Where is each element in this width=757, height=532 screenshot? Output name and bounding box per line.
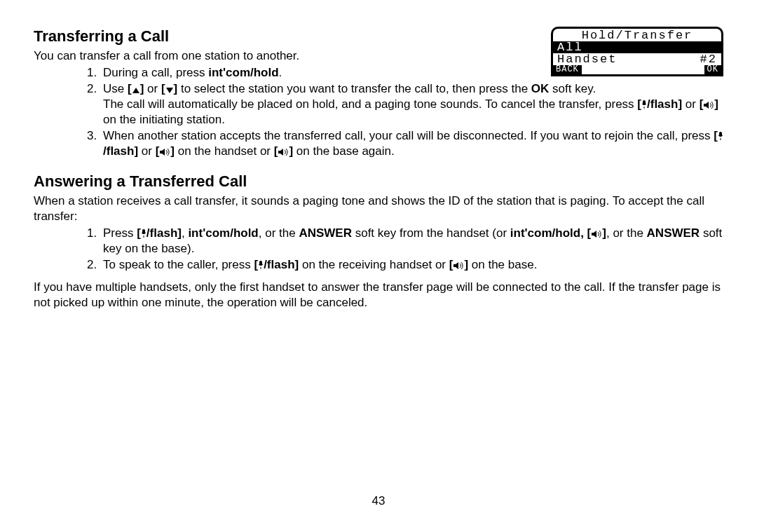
svg-marker-19: [456, 262, 458, 269]
lcd-line-handset: Handset #2: [553, 53, 721, 65]
step-3: When another station accepts the transfe…: [100, 128, 723, 159]
svg-marker-1: [166, 88, 173, 93]
svg-rect-4: [704, 104, 706, 107]
talk-flash-icon: [/flash]: [137, 226, 182, 240]
svg-rect-8: [160, 151, 162, 154]
step-2: To speak to the caller, press [/flash] o…: [100, 257, 723, 273]
svg-marker-9: [162, 149, 165, 156]
intro-answering: When a station receives a call transfer,…: [34, 193, 723, 224]
speaker-icon: []: [587, 226, 606, 240]
speaker-icon: []: [156, 144, 175, 158]
svg-marker-0: [132, 88, 139, 93]
step-1: Press [/flash], int'com/hold, or the ANS…: [100, 226, 723, 257]
step-2: Use [] or [] to select the station you w…: [100, 81, 723, 128]
steps-transferring: During a call, press int'com/hold. Use […: [34, 65, 723, 160]
heading-answering: Answering a Transferred Call: [34, 172, 723, 192]
svg-marker-15: [594, 231, 596, 238]
speaker-icon: []: [274, 144, 293, 158]
up-key-icon: []: [128, 82, 144, 95]
lcd-softkey-ok: OK: [704, 65, 721, 74]
page-number: 43: [34, 493, 723, 509]
svg-rect-10: [278, 151, 280, 154]
outro-answering: If you have multiple handsets, only the …: [34, 280, 723, 311]
lcd-softkeys: BACK OK: [553, 65, 721, 74]
speaker-icon: []: [700, 97, 718, 111]
lcd-screen: Hold/Transfer All Handset #2 BACK OK: [551, 27, 723, 76]
svg-marker-11: [280, 149, 283, 156]
lcd-softkey-back: BACK: [553, 65, 582, 74]
lcd-handset-label: Handset: [557, 53, 617, 65]
lcd-line-all: All: [553, 41, 721, 53]
talk-flash-icon: [/flash]: [254, 258, 299, 271]
talk-flash-icon: [/flash]: [637, 97, 682, 111]
lcd-handset-num: #2: [700, 53, 717, 65]
svg-rect-14: [592, 233, 594, 236]
svg-marker-5: [706, 102, 709, 109]
lcd-title: Hold/Transfer: [553, 29, 721, 41]
speaker-icon: []: [449, 258, 468, 271]
down-key-icon: []: [161, 82, 177, 95]
svg-rect-18: [453, 264, 456, 267]
steps-answering: Press [/flash], int'com/hold, or the ANS…: [34, 226, 723, 273]
